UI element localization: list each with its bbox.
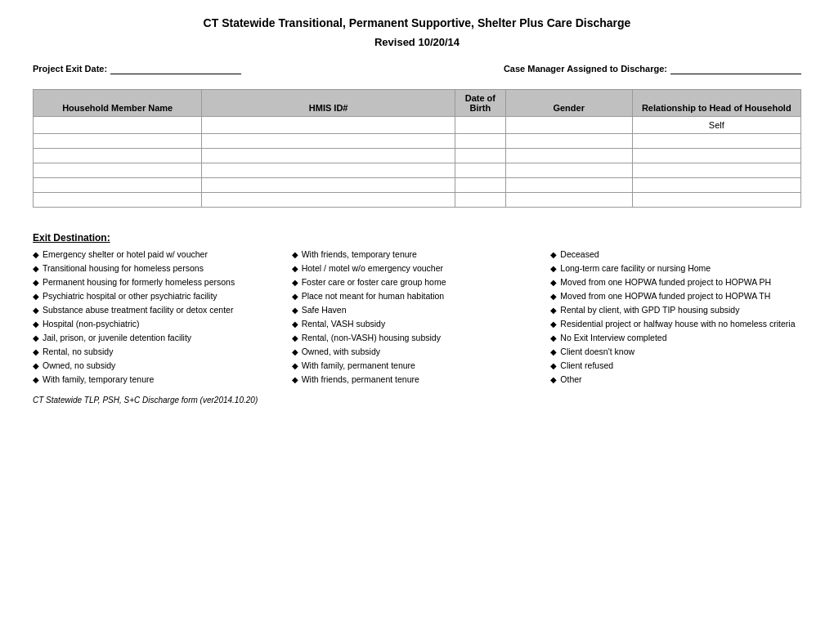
list-item: ◆Moved from one HOPWA funded project to … bbox=[550, 290, 801, 302]
list-item-text: No Exit Interview completed bbox=[560, 332, 666, 344]
bullet-icon: ◆ bbox=[292, 347, 298, 358]
list-item-text: Hospital (non-psychiatric) bbox=[43, 318, 139, 330]
list-item: ◆Rental, (non-VASH) housing subsidy bbox=[292, 332, 543, 344]
list-item: ◆Other bbox=[550, 373, 801, 386]
cell-gender bbox=[505, 178, 632, 193]
table-row bbox=[34, 134, 801, 149]
cell-rel: Self bbox=[632, 117, 800, 134]
bullet-icon: ◆ bbox=[550, 333, 557, 344]
cell-dob bbox=[455, 163, 505, 178]
list-item-text: Rental, VASH subsidy bbox=[302, 318, 386, 330]
list-item-text: Psychiatric hospital or other psychiatri… bbox=[43, 290, 217, 302]
bullet-icon: ◆ bbox=[292, 333, 298, 344]
cell-gender bbox=[505, 163, 632, 178]
list-item-text: Substance abuse treatment facility or de… bbox=[43, 304, 233, 316]
table-row: Self bbox=[34, 117, 801, 134]
cell-rel bbox=[632, 193, 800, 208]
list-item: ◆With family, permanent tenure bbox=[292, 360, 543, 372]
cell-rel bbox=[632, 134, 800, 149]
exit-col-3: ◆Deceased◆Long-term care facility or nur… bbox=[550, 248, 801, 387]
cell-gender bbox=[505, 117, 632, 134]
list-item: ◆Owned, with subsidy bbox=[292, 346, 543, 358]
bullet-icon: ◆ bbox=[550, 305, 557, 316]
cell-gender bbox=[505, 149, 632, 163]
list-item: ◆With friends, temporary tenure bbox=[292, 248, 543, 261]
exit-date-label: Project Exit Date: bbox=[33, 64, 107, 74]
list-item-text: Client doesn't know bbox=[560, 346, 634, 358]
bullet-icon: ◆ bbox=[550, 277, 557, 288]
list-item-text: Hotel / motel w/o emergency voucher bbox=[302, 262, 443, 275]
bullet-icon: ◆ bbox=[33, 249, 39, 261]
case-manager-line bbox=[670, 63, 801, 74]
cell-dob bbox=[455, 117, 505, 134]
list-item: ◆Rental, VASH subsidy bbox=[292, 318, 543, 330]
bullet-icon: ◆ bbox=[550, 319, 557, 330]
case-manager-field: Case Manager Assigned to Discharge: bbox=[504, 63, 801, 74]
bullet-icon: ◆ bbox=[550, 263, 557, 275]
cell-rel bbox=[632, 149, 800, 163]
cell-hmis bbox=[202, 117, 455, 134]
bullet-icon: ◆ bbox=[33, 347, 39, 358]
list-item-text: Permanent housing for formerly homeless … bbox=[43, 276, 235, 288]
list-item: ◆Rental by client, with GPD TIP housing … bbox=[550, 304, 801, 316]
cell-name bbox=[34, 178, 202, 193]
bullet-icon: ◆ bbox=[33, 277, 39, 288]
bullet-icon: ◆ bbox=[292, 277, 298, 288]
list-item: ◆Residential project or halfway house wi… bbox=[550, 318, 801, 330]
bullet-icon: ◆ bbox=[33, 319, 39, 330]
exit-list-3: ◆Deceased◆Long-term care facility or nur… bbox=[550, 248, 801, 386]
header-fields: Project Exit Date: Case Manager Assigned… bbox=[33, 63, 801, 74]
list-item: ◆Transitional housing for homeless perso… bbox=[33, 262, 284, 275]
bullet-icon: ◆ bbox=[550, 249, 557, 261]
list-item-text: Moved from one HOPWA funded project to H… bbox=[560, 276, 771, 288]
table-row bbox=[34, 163, 801, 178]
table-header-row: Household Member Name HMIS ID# Date of B… bbox=[34, 90, 801, 117]
bullet-icon: ◆ bbox=[33, 305, 39, 316]
cell-dob bbox=[455, 178, 505, 193]
col-header-hmis: HMIS ID# bbox=[202, 90, 455, 117]
cell-name bbox=[34, 149, 202, 163]
cell-dob bbox=[455, 193, 505, 208]
footer-note: CT Statewide TLP, PSH, S+C Discharge for… bbox=[33, 396, 801, 405]
list-item-text: Place not meant for human habitation bbox=[302, 290, 445, 302]
exit-date-field: Project Exit Date: bbox=[33, 63, 241, 74]
list-item: ◆Client refused bbox=[550, 360, 801, 372]
bullet-icon: ◆ bbox=[292, 374, 298, 386]
household-table: Household Member Name HMIS ID# Date of B… bbox=[33, 89, 801, 208]
list-item-text: With family, permanent tenure bbox=[302, 360, 415, 372]
col-header-rel: Relationship to Head of Household bbox=[632, 90, 800, 117]
list-item: ◆Permanent housing for formerly homeless… bbox=[33, 276, 284, 288]
exit-col-1: ◆Emergency shelter or hotel paid w/ vouc… bbox=[33, 248, 284, 387]
cell-rel bbox=[632, 178, 800, 193]
list-item-text: Transitional housing for homeless person… bbox=[43, 262, 204, 275]
list-item-text: Rental by client, with GPD TIP housing s… bbox=[560, 304, 739, 316]
bullet-icon: ◆ bbox=[550, 291, 557, 302]
list-item-text: Safe Haven bbox=[302, 304, 347, 316]
col-header-name: Household Member Name bbox=[34, 90, 202, 117]
list-item-text: Moved from one HOPWA funded project to H… bbox=[560, 290, 770, 302]
list-item: ◆With family, temporary tenure bbox=[33, 373, 284, 386]
list-item-text: Foster care or foster care group home bbox=[302, 276, 446, 288]
list-item: ◆No Exit Interview completed bbox=[550, 332, 801, 344]
bullet-icon: ◆ bbox=[33, 360, 39, 372]
exit-list-1: ◆Emergency shelter or hotel paid w/ vouc… bbox=[33, 248, 284, 386]
cell-name bbox=[34, 193, 202, 208]
bullet-icon: ◆ bbox=[292, 319, 298, 330]
cell-name bbox=[34, 117, 202, 134]
list-item: ◆Deceased bbox=[550, 248, 801, 261]
bullet-icon: ◆ bbox=[292, 291, 298, 302]
bullet-icon: ◆ bbox=[292, 249, 298, 261]
case-manager-label: Case Manager Assigned to Discharge: bbox=[504, 64, 667, 74]
list-item-text: Owned, with subsidy bbox=[302, 346, 380, 358]
col-header-gender: Gender bbox=[505, 90, 632, 117]
cell-rel bbox=[632, 163, 800, 178]
table-row bbox=[34, 193, 801, 208]
col-header-dob: Date of Birth bbox=[455, 90, 505, 117]
bullet-icon: ◆ bbox=[33, 374, 39, 386]
bullet-icon: ◆ bbox=[292, 360, 298, 372]
list-item: ◆Safe Haven bbox=[292, 304, 543, 316]
list-item: ◆Hospital (non-psychiatric) bbox=[33, 318, 284, 330]
list-item-text: Emergency shelter or hotel paid w/ vouch… bbox=[43, 248, 208, 261]
list-item: ◆Emergency shelter or hotel paid w/ vouc… bbox=[33, 248, 284, 261]
list-item-text: Long-term care facility or nursing Home bbox=[560, 262, 711, 275]
